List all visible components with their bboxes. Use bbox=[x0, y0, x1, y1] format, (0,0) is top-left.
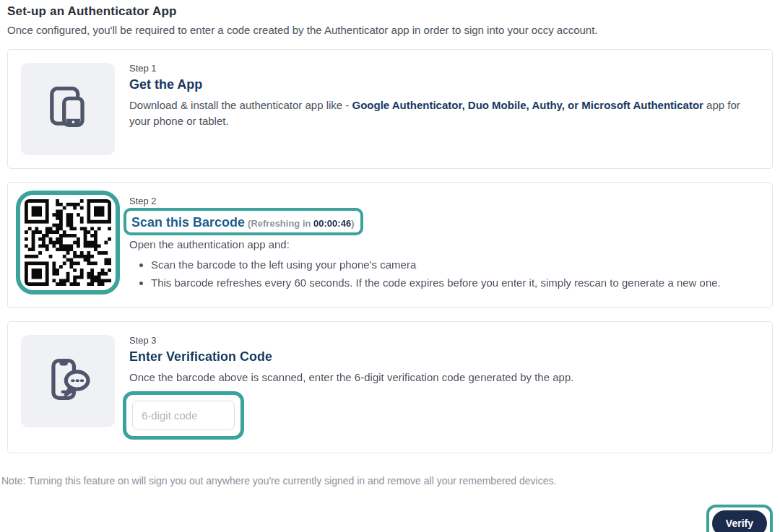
countdown-timer: 00:00:46 bbox=[313, 218, 351, 229]
step3-icon-column bbox=[17, 335, 119, 427]
step2-content: Step 2 Scan this Barcode (Refreshing in … bbox=[119, 196, 763, 289]
step2-qr-column bbox=[17, 196, 119, 295]
step2-card: Step 2 Scan this Barcode (Refreshing in … bbox=[7, 182, 773, 308]
verify-button-annotation: Verify bbox=[706, 505, 773, 532]
step3-icon-tile bbox=[21, 335, 115, 427]
code-input-annotation bbox=[123, 391, 244, 440]
step1-icon-column bbox=[17, 63, 119, 155]
step3-content: Step 3 Enter Verification Code Once the … bbox=[119, 335, 763, 440]
page-title: Set-up an Authenticator App bbox=[7, 4, 773, 19]
verification-code-input[interactable] bbox=[132, 401, 235, 430]
refresh-prefix: (Refreshing in bbox=[248, 218, 313, 229]
step3-label: Step 3 bbox=[129, 335, 763, 346]
step1-icon-tile bbox=[21, 63, 115, 155]
step1-heading: Get the App bbox=[129, 77, 763, 92]
authenticator-setup-page: Set-up an Authenticator App Once configu… bbox=[0, 0, 780, 532]
step2-bullet-list: Scan the barcode to the left using your … bbox=[151, 258, 763, 289]
step2-heading: Scan this Barcode bbox=[131, 215, 245, 230]
refresh-countdown: (Refreshing in 00:00:46) bbox=[248, 218, 354, 229]
page-subtitle: Once configured, you'll be required to e… bbox=[7, 24, 773, 36]
phone-chat-icon bbox=[40, 352, 95, 410]
footer-actions: Verify bbox=[7, 505, 773, 532]
qr-code-annotation bbox=[16, 191, 120, 295]
scan-barcode-annotation: Scan this Barcode (Refreshing in 00:00:4… bbox=[124, 208, 363, 235]
step2-bullet-2: This barcode refreshes every 60 seconds.… bbox=[151, 276, 763, 289]
step2-label: Step 2 bbox=[129, 196, 763, 206]
verify-button[interactable]: Verify bbox=[712, 510, 767, 532]
step1-description: Download & install the authenticator app… bbox=[129, 97, 750, 129]
qr-code bbox=[25, 199, 111, 286]
step1-content: Step 1 Get the App Download & install th… bbox=[119, 63, 763, 129]
step3-heading: Enter Verification Code bbox=[129, 349, 763, 365]
step1-desc-apps: Google Authenticator, Duo Mobile, Authy,… bbox=[352, 99, 703, 111]
step2-intro: Open the authentication app and: bbox=[129, 237, 750, 253]
step3-card: Step 3 Enter Verification Code Once the … bbox=[7, 321, 773, 453]
step1-label: Step 1 bbox=[129, 63, 763, 74]
step1-desc-prefix: Download & install the authenticator app… bbox=[129, 99, 352, 111]
step1-card: Step 1 Get the App Download & install th… bbox=[7, 49, 773, 169]
step3-description: Once the barcode above is scanned, enter… bbox=[129, 370, 750, 385]
footer-note: Note: Turning this feature on will sign … bbox=[1, 475, 773, 487]
step2-bullet-1: Scan the barcode to the left using your … bbox=[151, 258, 763, 271]
tablet-phone-icon bbox=[40, 80, 95, 138]
refresh-suffix: ) bbox=[351, 218, 354, 229]
